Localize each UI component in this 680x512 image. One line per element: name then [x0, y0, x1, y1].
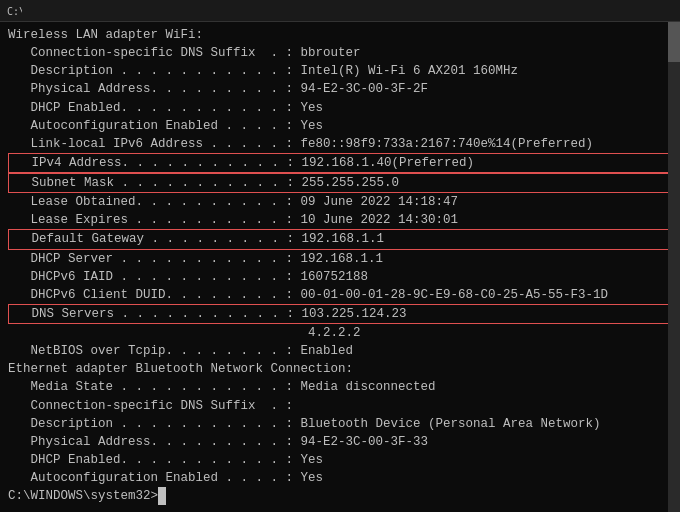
terminal-line: Physical Address. . . . . . . . . : 94-E… — [8, 80, 672, 98]
terminal-line: 4.2.2.2 — [8, 324, 672, 342]
cmd-icon: C:\ — [6, 3, 22, 19]
terminal-line: Wireless LAN adapter WiFi: — [8, 26, 672, 44]
terminal-line: Media State . . . . . . . . . . . : Medi… — [8, 378, 672, 396]
terminal-line: Connection-specific DNS Suffix . : bbrou… — [8, 44, 672, 62]
terminal-line: Autoconfiguration Enabled . . . . : Yes — [8, 117, 672, 135]
terminal-line: Default Gateway . . . . . . . . . : 192.… — [8, 229, 670, 249]
terminal-line: Lease Expires . . . . . . . . . . : 10 J… — [8, 211, 672, 229]
terminal-line: Lease Obtained. . . . . . . . . . : 09 J… — [8, 193, 672, 211]
terminal-line: Autoconfiguration Enabled . . . . : Yes — [8, 469, 672, 487]
svg-text:C:\: C:\ — [7, 6, 22, 17]
terminal-line: Subnet Mask . . . . . . . . . . . : 255.… — [8, 173, 670, 193]
terminal-line: C:\WINDOWS\system32> — [8, 487, 672, 505]
terminal-content: Wireless LAN adapter WiFi: Connection-sp… — [0, 22, 680, 512]
terminal-line: DHCP Server . . . . . . . . . . . : 192.… — [8, 250, 672, 268]
close-button[interactable] — [656, 3, 674, 19]
terminal-line: Ethernet adapter Bluetooth Network Conne… — [8, 360, 672, 378]
output-lines: Wireless LAN adapter WiFi: Connection-sp… — [8, 26, 672, 505]
terminal-line: DNS Servers . . . . . . . . . . . : 103.… — [8, 304, 670, 324]
terminal-line: Link-local IPv6 Address . . . . . : fe80… — [8, 135, 672, 153]
terminal-line: Physical Address. . . . . . . . . : 94-E… — [8, 433, 672, 451]
terminal-line: DHCPv6 Client DUID. . . . . . . . : 00-0… — [8, 286, 672, 304]
title-bar: C:\ — [0, 0, 680, 22]
terminal-line: Connection-specific DNS Suffix . : — [8, 397, 672, 415]
terminal-line: Description . . . . . . . . . . . : Blue… — [8, 415, 672, 433]
terminal-line: Description . . . . . . . . . . . : Inte… — [8, 62, 672, 80]
scrollbar-thumb[interactable] — [668, 22, 680, 62]
terminal-line: DHCP Enabled. . . . . . . . . . . : Yes — [8, 451, 672, 469]
terminal-line: NetBIOS over Tcpip. . . . . . . . : Enab… — [8, 342, 672, 360]
terminal-line: DHCPv6 IAID . . . . . . . . . . . : 1607… — [8, 268, 672, 286]
terminal-line: DHCP Enabled. . . . . . . . . . . : Yes — [8, 99, 672, 117]
maximize-button[interactable] — [636, 3, 654, 19]
window-controls — [616, 3, 674, 19]
title-bar-left: C:\ — [6, 3, 28, 19]
scrollbar[interactable] — [668, 22, 680, 512]
terminal-line: IPv4 Address. . . . . . . . . . . : 192.… — [8, 153, 670, 173]
minimize-button[interactable] — [616, 3, 634, 19]
